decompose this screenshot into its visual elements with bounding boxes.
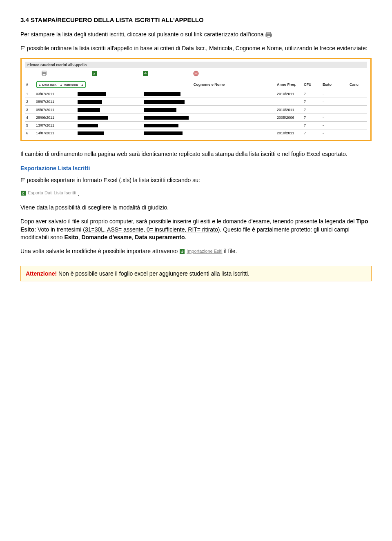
b: Domande d'esame (81, 234, 131, 240)
t: Una volta salvate le modifiche è possibi… (20, 248, 178, 254)
cell-cfu: 7 (303, 114, 321, 121)
cell-num: 5 (25, 121, 35, 129)
cell-anno (276, 121, 303, 129)
excel-import-icon[interactable] (143, 71, 148, 76)
col-cognome[interactable]: Cognome e Nome (143, 79, 276, 90)
t: : Voto in trentesimi ( (34, 226, 85, 233)
export-lista-link[interactable]: X Esporta Dati Lista Iscritti (20, 190, 76, 196)
excel-export-icon[interactable]: X (92, 71, 98, 76)
col-cfu: CFU (303, 79, 321, 90)
cell-canc[interactable] (348, 121, 367, 129)
intro-paragraph-2: E' possibile ordinare la lista iscritti … (20, 45, 372, 53)
cell-esito: - (321, 90, 348, 98)
cell-canc[interactable] (348, 106, 367, 114)
cell-matricola (76, 98, 143, 106)
cell-cognome (143, 129, 276, 137)
export-line2: Viene data la possibilità di scegliere l… (20, 204, 372, 212)
intro-paragraph-1: Per stampare la lista degli studenti isc… (20, 31, 372, 39)
students-table: # ▲ Data Iscr. ▲ Matricola ▲ Cog (25, 79, 367, 137)
cell-anno (276, 98, 303, 106)
sort-highlight-box: ▲ Data Iscr. ▲ Matricola ▲ (36, 81, 86, 88)
cell-canc[interactable] (348, 98, 367, 106)
cell-date: 05/07/2011 (35, 106, 76, 114)
legend-underline: 31=30L, ASS= assente, 0= insufficiente, … (85, 226, 218, 233)
cell-cognome (143, 121, 276, 129)
table-row: 305/07/20112010/20117- (25, 106, 367, 114)
svg-rect-2 (267, 36, 270, 37)
col-anno: Anno Freq. (276, 79, 303, 90)
cell-date: 13/07/2011 (35, 121, 76, 129)
warning-label: Attenzione! (26, 270, 57, 277)
cell-anno: 2010/2011 (276, 106, 303, 114)
export-link-row: X Esporta Dati Lista Iscritti . (20, 190, 372, 198)
after-screenshot-text: Il cambio di ordinamento nella pagina we… (20, 150, 372, 158)
cell-esito: - (321, 129, 348, 137)
cell-cognome (143, 98, 276, 106)
sort-data-iscr[interactable]: ▲ Data Iscr. (38, 83, 57, 87)
sort-empty[interactable]: ▲ (81, 83, 84, 87)
message-icon[interactable] (193, 71, 199, 76)
table-row: 103/07/20112010/20117- (25, 90, 367, 98)
cell-cognome (143, 106, 276, 114)
col-canc: Canc (348, 79, 367, 90)
cell-matricola (76, 121, 143, 129)
cell-canc[interactable] (348, 90, 367, 98)
cell-matricola (76, 106, 143, 114)
cell-date: 28/06/2011 (35, 114, 76, 121)
t: . (185, 234, 187, 240)
cell-num: 1 (25, 90, 35, 98)
cell-esito: - (321, 106, 348, 114)
cell-canc[interactable] (348, 114, 367, 121)
print-icon[interactable] (41, 71, 47, 76)
table-header-row: # ▲ Data Iscr. ▲ Matricola ▲ Cog (25, 79, 367, 90)
cell-anno: 2010/2011 (276, 90, 303, 98)
cell-cognome (143, 90, 276, 98)
cell-date: 14/07/2011 (35, 129, 76, 137)
svg-rect-0 (267, 32, 271, 34)
svg-rect-5 (42, 74, 46, 76)
export-line4: Una volta salvate le modifiche è possibi… (20, 247, 372, 256)
svg-text:X: X (22, 191, 24, 196)
cell-num: 4 (25, 114, 35, 121)
section-title: 3.4 STAMPA/RECUPERO DELLA LISTA ISCRITTI… (20, 16, 372, 23)
cell-cfu: 7 (303, 90, 321, 98)
cell-esito: - (321, 114, 348, 121)
warning-text: Non è possibile usare il foglio excel pe… (57, 270, 249, 277)
col-esito: Esito (321, 79, 348, 90)
cell-esito: - (321, 121, 348, 129)
cell-cfu: 7 (303, 106, 321, 114)
cell-num: 3 (25, 106, 35, 114)
action-row: X (25, 68, 367, 79)
t: Dopo aver salvato il file sul proprio co… (20, 218, 356, 225)
cell-num: 6 (25, 129, 35, 137)
export-subtitle: Esportazione Lista Iscritti (20, 165, 372, 171)
cell-cognome (143, 114, 276, 121)
screenshot-panel: Elenco Studenti Iscritti all'Appello X #… (20, 58, 372, 141)
sort-matricola[interactable]: ▲ Matricola (60, 83, 78, 87)
cell-cfu: 7 (303, 129, 321, 137)
import-link-label: Importazione Esiti (187, 248, 222, 254)
cell-matricola (76, 129, 143, 137)
export-line3: Dopo aver salvato il file sul proprio co… (20, 218, 372, 242)
printer-icon (265, 32, 272, 38)
table-row: 428/06/20112005/20067- (25, 114, 367, 121)
excel-import-icon (179, 249, 185, 254)
b: Esito (64, 234, 78, 240)
intro-text-1: Per stampare la lista degli studenti isc… (20, 31, 264, 38)
panel-title: Elenco Studenti Iscritti all'Appello (25, 62, 367, 68)
col-sort-group: ▲ Data Iscr. ▲ Matricola ▲ (35, 79, 143, 90)
cell-matricola (76, 114, 143, 121)
cell-anno: 2010/2011 (276, 129, 303, 137)
col-num: # (25, 79, 35, 90)
import-esiti-link[interactable]: Importazione Esiti (179, 248, 222, 254)
export-link-label: Esporta Dati Lista Iscritti (28, 190, 76, 196)
cell-canc[interactable] (348, 129, 367, 137)
excel-icon: X (20, 190, 26, 196)
cell-cfu: 7 (303, 121, 321, 129)
table-row: 513/07/20117- (25, 121, 367, 129)
table-row: 614/07/20112010/20117- (25, 129, 367, 137)
cell-esito: - (321, 98, 348, 106)
cell-matricola (76, 90, 143, 98)
table-row: 208/07/20117- (25, 98, 367, 106)
cell-date: 08/07/2011 (35, 98, 76, 106)
